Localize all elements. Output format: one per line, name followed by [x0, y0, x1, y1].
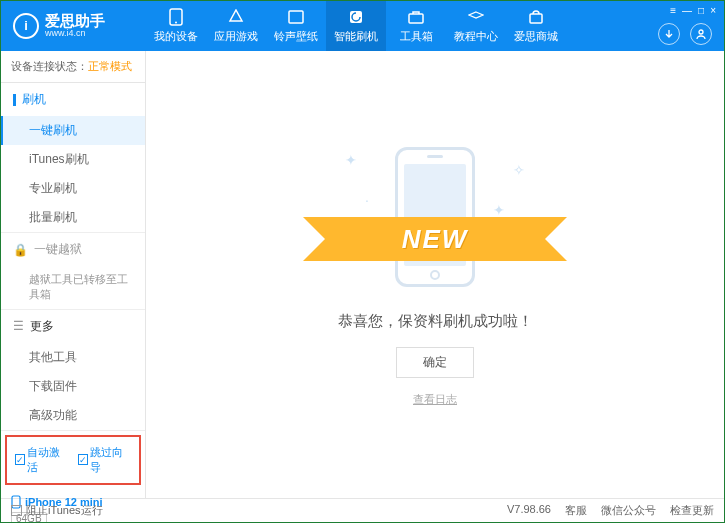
main-panel: ✦ ✧ · ✦ NEW 恭喜您，保资料刷机成功啦！ 确定 查看日志	[146, 51, 724, 498]
block-itunes-label: 阻止iTunes运行	[26, 503, 103, 518]
version-label: V7.98.66	[507, 503, 551, 518]
app-name: 爱思助手	[45, 13, 105, 30]
close-button[interactable]: ×	[710, 5, 716, 16]
success-illustration: ✦ ✧ · ✦ NEW	[335, 142, 535, 292]
user-button[interactable]	[690, 23, 712, 45]
wallpaper-icon	[287, 8, 305, 26]
main-nav: 我的设备 应用游戏 铃声壁纸 智能刷机 工具箱 教程中心 爱思商城	[146, 1, 566, 51]
footer-update[interactable]: 检查更新	[670, 503, 714, 518]
nav-smart-flash[interactable]: 智能刷机	[326, 1, 386, 51]
success-message: 恭喜您，保资料刷机成功啦！	[338, 312, 533, 331]
connection-status: 设备连接状态：正常模式	[1, 51, 145, 83]
checkbox-block-itunes[interactable]	[11, 505, 22, 516]
sidebar-item-other[interactable]: 其他工具	[1, 343, 145, 372]
nav-store[interactable]: 爱思商城	[506, 1, 566, 51]
svg-point-1	[175, 22, 177, 24]
download-button[interactable]	[658, 23, 680, 45]
sidebar-item-oneclick[interactable]: 一键刷机	[1, 116, 145, 145]
checkbox-skip-guide[interactable]: ✓跳过向导	[78, 445, 131, 475]
minimize-button[interactable]: —	[682, 5, 692, 16]
store-icon	[527, 8, 545, 26]
nav-ringtones[interactable]: 铃声壁纸	[266, 1, 326, 51]
footer-wechat[interactable]: 微信公众号	[601, 503, 656, 518]
sidebar-flash-header[interactable]: 刷机	[1, 83, 145, 116]
sidebar-item-advanced[interactable]: 高级功能	[1, 401, 145, 430]
sidebar-item-itunes[interactable]: iTunes刷机	[1, 145, 145, 174]
view-log-link[interactable]: 查看日志	[413, 392, 457, 407]
tutorial-icon	[467, 8, 485, 26]
footer-support[interactable]: 客服	[565, 503, 587, 518]
svg-rect-5	[530, 14, 542, 23]
logo-icon: i	[13, 13, 39, 39]
nav-my-device[interactable]: 我的设备	[146, 1, 206, 51]
sidebar: 设备连接状态：正常模式 刷机 一键刷机 iTunes刷机 专业刷机 批量刷机 🔒…	[1, 51, 146, 498]
titlebar: i 爱思助手 www.i4.cn 我的设备 应用游戏 铃声壁纸 智能刷机 工具箱	[1, 1, 724, 51]
nav-toolbox[interactable]: 工具箱	[386, 1, 446, 51]
sidebar-item-firmware[interactable]: 下载固件	[1, 372, 145, 401]
checkbox-auto-activate[interactable]: ✓自动激活	[15, 445, 68, 475]
bar-icon	[13, 94, 16, 106]
nav-apps[interactable]: 应用游戏	[206, 1, 266, 51]
sidebar-item-pro[interactable]: 专业刷机	[1, 174, 145, 203]
new-banner: NEW	[402, 224, 469, 255]
toolbox-icon	[407, 8, 425, 26]
menu-button[interactable]: ≡	[670, 5, 676, 16]
svg-point-6	[699, 30, 703, 34]
nav-tutorials[interactable]: 教程中心	[446, 1, 506, 51]
options-row: ✓自动激活 ✓跳过向导	[5, 435, 141, 485]
svg-rect-4	[409, 14, 423, 23]
lock-icon: 🔒	[13, 243, 28, 257]
jailbreak-note: 越狱工具已转移至工具箱	[1, 266, 145, 309]
app-url: www.i4.cn	[45, 29, 105, 39]
sidebar-jailbreak-header[interactable]: 🔒 一键越狱	[1, 233, 145, 266]
confirm-button[interactable]: 确定	[396, 347, 474, 378]
window-controls: ≡ — □ ×	[670, 5, 716, 16]
phone-icon	[167, 8, 185, 26]
menu-icon: ☰	[13, 319, 24, 333]
apps-icon	[227, 8, 245, 26]
app-logo: i 爱思助手 www.i4.cn	[1, 13, 146, 39]
maximize-button[interactable]: □	[698, 5, 704, 16]
sidebar-item-batch[interactable]: 批量刷机	[1, 203, 145, 232]
flash-icon	[347, 8, 365, 26]
svg-rect-2	[289, 11, 303, 23]
sidebar-more-header[interactable]: ☰ 更多	[1, 310, 145, 343]
